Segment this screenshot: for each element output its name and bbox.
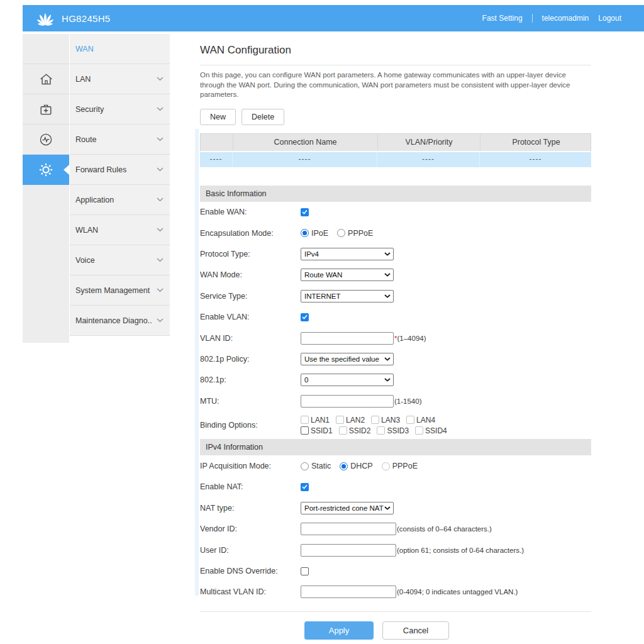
rail-filler xyxy=(23,185,69,342)
select-value: IPv4 xyxy=(304,250,384,258)
enable-vlan-row: Enable VLAN: xyxy=(200,306,591,327)
menu-item-route[interactable]: Route xyxy=(70,125,170,155)
rail-home-button[interactable] xyxy=(23,64,69,94)
rail-cell-blank xyxy=(23,34,69,64)
radio-label: IPoE xyxy=(311,229,328,238)
basic-information-section-header: Basic Information xyxy=(200,186,591,202)
check-icon xyxy=(302,314,308,319)
menu-item-wlan[interactable]: WLAN xyxy=(70,215,170,245)
menu-item-label: WAN xyxy=(75,45,94,53)
checkbox-label: LAN4 xyxy=(416,416,435,425)
select-value: Port-restricted cone NAT xyxy=(304,504,384,512)
table-cell: ---- xyxy=(200,152,233,167)
delete-button[interactable]: Delete xyxy=(242,109,284,125)
radio-label: PPPoE xyxy=(392,462,418,470)
vlan-id-input[interactable] xyxy=(301,332,394,345)
column-header-vlan-priority: VLAN/Priority xyxy=(378,134,480,151)
menu-item-label: System Management xyxy=(75,286,150,295)
chevron-down-icon xyxy=(157,77,164,81)
ip-acquisition-mode-row: IP Acquisition Mode: Static DHCP PPPoE xyxy=(200,455,591,476)
logout-link[interactable]: Logout xyxy=(598,14,621,23)
static-radio[interactable] xyxy=(301,462,309,470)
column-header-protocol-type: Protocol Type xyxy=(480,134,592,151)
checkbox-label: SSID3 xyxy=(387,426,409,435)
home-icon xyxy=(38,72,54,87)
ssid4-checkbox xyxy=(415,426,423,435)
column-header-select xyxy=(201,134,233,151)
menu-item-wan[interactable]: WAN xyxy=(70,34,170,64)
multicast-vlan-id-row: Multicast VLAN ID: (0-4094; 0 indicates … xyxy=(200,582,591,602)
vlan-id-row: VLAN ID: *(1–4094) xyxy=(200,328,591,348)
lan4-checkbox xyxy=(406,416,414,424)
field-label: VLAN ID: xyxy=(200,334,301,343)
enable-vlan-checkbox[interactable] xyxy=(301,313,309,321)
toolbox-plus-icon xyxy=(38,102,53,117)
user-id-input[interactable] xyxy=(301,544,396,557)
field-hint: (1-1540) xyxy=(394,397,421,405)
enable-dns-override-checkbox[interactable] xyxy=(301,567,309,575)
checkbox-label: LAN3 xyxy=(381,416,400,425)
menu-item-forward-rules[interactable]: Forward Rules xyxy=(70,155,170,185)
radio-label: DHCP xyxy=(350,462,372,470)
field-label: Protocol Type: xyxy=(200,250,301,258)
menu-item-security[interactable]: Security xyxy=(70,94,170,125)
encapsulation-mode-row: Encapsulation Mode: IPoE PPPoE xyxy=(200,223,591,243)
service-type-row: Service Type: INTERNET xyxy=(200,286,591,306)
menu-item-system-management[interactable]: System Management xyxy=(70,275,170,306)
title-divider xyxy=(200,65,591,65)
device-model: HG8245H5 xyxy=(62,13,110,24)
vendor-id-input[interactable] xyxy=(301,523,396,535)
dhcp-radio[interactable] xyxy=(340,462,348,470)
service-type-select[interactable]: INTERNET xyxy=(301,290,394,303)
menu-item-application[interactable]: Application xyxy=(70,185,170,215)
check-icon xyxy=(302,209,308,214)
rail-status-button[interactable] xyxy=(23,125,69,155)
top-header-bar: HG8245H5 Fast Setting telecomadmin Logou… xyxy=(23,5,644,31)
menu-item-lan[interactable]: LAN xyxy=(70,64,170,94)
ssid1-checkbox[interactable] xyxy=(301,426,309,435)
menu-item-voice[interactable]: Voice xyxy=(70,245,170,275)
field-label: NAT type: xyxy=(200,504,301,513)
cancel-button[interactable]: Cancel xyxy=(382,621,449,640)
multicast-vlan-id-input[interactable] xyxy=(301,586,396,598)
brand: HG8245H5 xyxy=(34,9,110,27)
checkbox-label: SSID1 xyxy=(311,426,333,435)
form-actions: Apply Cancel xyxy=(181,621,572,640)
lan1-checkbox xyxy=(301,416,309,424)
checkbox-label: LAN1 xyxy=(311,416,330,425)
page-title: WAN Configuration xyxy=(200,39,591,57)
menu-item-maintenance-diagnosis[interactable]: Maintenance Diagno.. xyxy=(70,306,170,336)
checkbox-label: SSID2 xyxy=(349,426,371,435)
gear-icon xyxy=(38,162,53,177)
table-cell: ---- xyxy=(377,152,480,167)
rail-settings-button-active[interactable] xyxy=(23,155,69,185)
rail-toolbox-button[interactable] xyxy=(23,94,69,125)
new-button[interactable]: New xyxy=(200,109,236,125)
sidebar-menu: WAN LAN Security Route Forward Rules App… xyxy=(70,34,170,336)
connection-table: Connection Name VLAN/Priority Protocol T… xyxy=(200,133,591,167)
checkbox-label: LAN2 xyxy=(346,416,365,425)
chevron-down-icon xyxy=(157,318,164,323)
8021p-policy-select[interactable]: Use the specified value xyxy=(301,353,394,365)
enable-wan-row: Enable WAN: xyxy=(200,202,591,223)
table-row[interactable]: ---- ---- ---- ---- xyxy=(200,152,591,167)
apply-button[interactable]: Apply xyxy=(304,621,374,640)
column-header-connection-name: Connection Name xyxy=(233,134,378,151)
chevron-down-icon xyxy=(384,294,391,298)
mtu-input[interactable] xyxy=(301,395,394,408)
enable-nat-checkbox[interactable] xyxy=(301,483,309,491)
8021p-select[interactable]: 0 xyxy=(301,374,394,386)
main-content: WAN Configuration On this page, you can … xyxy=(200,39,591,640)
enable-wan-checkbox[interactable] xyxy=(301,208,309,216)
protocol-type-select[interactable]: IPv4 xyxy=(301,248,394,260)
field-label: User ID: xyxy=(200,546,301,555)
field-label: Vendor ID: xyxy=(200,525,301,533)
wan-mode-select[interactable]: Route WAN xyxy=(301,269,394,281)
pppoe-radio[interactable] xyxy=(337,229,345,237)
ipoe-radio[interactable] xyxy=(301,229,309,237)
huawei-logo-icon xyxy=(34,9,57,27)
nat-type-select[interactable]: Port-restricted cone NAT xyxy=(301,502,394,514)
binding-options-row: Binding Options: LAN1 LAN2 LAN3 LAN4 SSI… xyxy=(200,411,591,439)
fast-setting-link[interactable]: Fast Setting xyxy=(482,14,523,23)
menu-item-label: WLAN xyxy=(75,226,98,235)
